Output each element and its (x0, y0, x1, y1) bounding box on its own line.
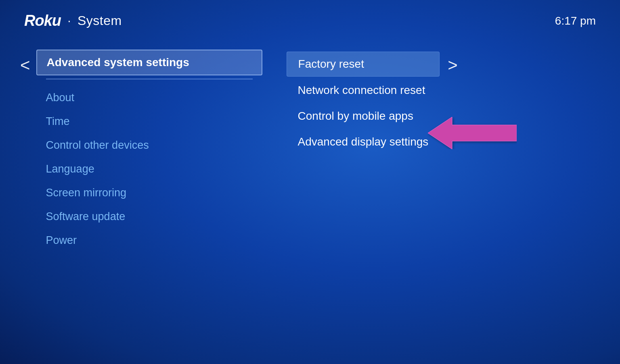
advanced-display-settings-label: Advanced display settings (298, 135, 429, 148)
selected-menu-item[interactable]: Advanced system settings (36, 50, 262, 75)
selected-item-label: Advanced system settings (47, 56, 189, 69)
sidebar-item-software-update[interactable]: Software update (46, 205, 262, 229)
sidebar-item-time[interactable]: Time (46, 110, 262, 133)
right-panel: Factory reset Network connection reset C… (287, 52, 440, 156)
sidebar-item-power[interactable]: Power (46, 229, 262, 252)
sidebar-item-screen-mirroring[interactable]: Screen mirroring (46, 181, 262, 205)
right-section: Factory reset Network connection reset C… (262, 50, 466, 156)
network-connection-reset-label: Network connection reset (298, 84, 425, 96)
nav-right-button[interactable]: > (440, 52, 466, 79)
main-content: < Advanced system settings About Time Co… (0, 37, 620, 252)
sidebar-item-about[interactable]: About (46, 86, 262, 110)
clock: 6:17 pm (555, 15, 596, 27)
menu-list: About Time Control other devices Languag… (36, 86, 262, 252)
roku-logo: Roku (24, 12, 61, 29)
header-left: Roku · System (24, 12, 122, 29)
divider (46, 79, 253, 79)
right-item-control-by-mobile-apps[interactable]: Control by mobile apps (287, 104, 440, 128)
factory-reset-label: Factory reset (298, 58, 364, 70)
left-panel: Advanced system settings About Time Cont… (36, 50, 262, 252)
control-by-mobile-apps-label: Control by mobile apps (298, 110, 413, 122)
header: Roku · System 6:17 pm (0, 0, 620, 37)
page-title: System (78, 13, 122, 28)
right-item-factory-reset[interactable]: Factory reset (287, 52, 440, 77)
nav-left-button[interactable]: < (16, 52, 34, 79)
sidebar-item-language[interactable]: Language (46, 157, 262, 181)
right-item-advanced-display-settings[interactable]: Advanced display settings (287, 130, 440, 154)
header-dot: · (67, 13, 71, 28)
right-item-network-connection-reset[interactable]: Network connection reset (287, 78, 440, 102)
sidebar-item-control-other-devices[interactable]: Control other devices (46, 133, 262, 157)
